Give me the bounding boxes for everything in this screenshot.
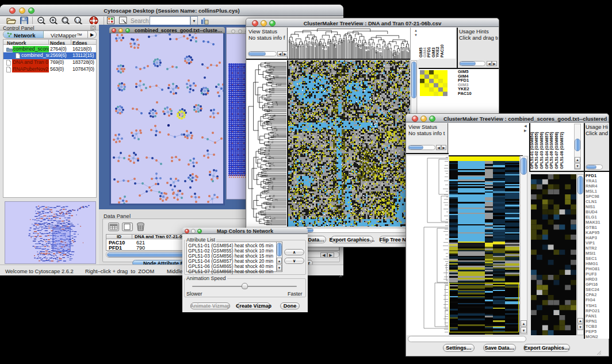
svg-text:GPL51-08 (GSM872): GPL51-08 (GSM872) [560, 132, 564, 169]
svg-text:GPL51-07 (GSM868): GPL51-07 (GSM868) [554, 132, 559, 169]
svg-text:GPL51-06 (GSM865): GPL51-06 (GSM865) [549, 132, 554, 169]
svg-text:GPL51-01 (GSM854): GPL51-01 (GSM854) [530, 132, 534, 169]
svg-text:1:1: 1:1 [75, 19, 81, 22]
svg-text:GPL51-02 (GSM855): GPL51-02 (GSM855) [534, 132, 539, 169]
svg-text:GPL51-04 (GSM857): GPL51-04 (GSM857) [545, 132, 549, 169]
svg-text:PAC10: PAC10 [439, 44, 445, 58]
svg-text:GPL51-03 (GSM856): GPL51-03 (GSM856) [540, 132, 544, 169]
